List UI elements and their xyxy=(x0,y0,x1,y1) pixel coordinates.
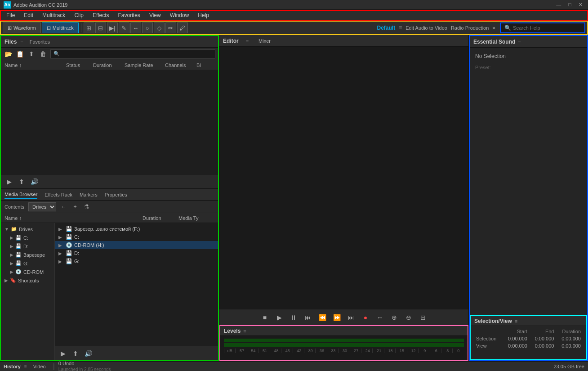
video-tab[interactable]: Video xyxy=(31,364,49,369)
scale-21: -21 xyxy=(372,349,383,353)
tree-item-g[interactable]: ▶ 💾 G: xyxy=(55,257,218,265)
editor-mixer-tab[interactable]: Mixer xyxy=(256,37,273,45)
sidebar-item-d[interactable]: ▶ 💾 D: xyxy=(1,242,54,250)
levels-menu-icon[interactable]: ≡ xyxy=(243,328,246,334)
mb-add-btn[interactable]: + xyxy=(71,202,80,211)
files-panel-menu[interactable]: ≡ xyxy=(20,39,23,45)
media-play-btn[interactable]: ▶ xyxy=(58,349,67,358)
editor-menu-icon[interactable]: ≡ xyxy=(246,38,249,44)
media-sound-btn[interactable]: 🔊 xyxy=(84,349,93,358)
menu-help[interactable]: Help xyxy=(193,11,214,20)
transport-pause-btn[interactable]: ⏸ xyxy=(288,312,299,323)
media-export-btn[interactable]: ⬆ xyxy=(71,349,80,358)
files-play-btn[interactable]: ▶ xyxy=(4,177,13,186)
mb-back-btn[interactable]: ← xyxy=(59,202,68,211)
sidebar-item-g[interactable]: ▶ 💾 G: xyxy=(1,259,54,268)
menu-favorites[interactable]: Favorites xyxy=(114,11,145,20)
files-export-btn[interactable]: ⬆ xyxy=(17,177,26,186)
menu-edit[interactable]: Edit xyxy=(19,11,38,20)
toolbar-btn-6[interactable]: ○ xyxy=(142,22,153,33)
files-tab-favorites[interactable]: Favorites xyxy=(27,38,53,45)
editor-content xyxy=(219,47,468,309)
menu-effects[interactable]: Effects xyxy=(88,11,113,20)
tree-item-reserved[interactable]: ▶ 💾 Зарезер...вано системой (F:) xyxy=(55,225,218,233)
sv-label-selection: Selection xyxy=(474,335,502,342)
transport-play-btn[interactable]: ▶ xyxy=(274,312,285,323)
transport-rewind-btn[interactable]: ⏪ xyxy=(317,312,328,323)
sidebar-item-reserved[interactable]: ▶ 💾 Зарезере xyxy=(1,250,54,259)
editor-title: Editor xyxy=(223,38,239,44)
menu-window[interactable]: Window xyxy=(165,11,194,20)
transport-record-btn[interactable]: ● xyxy=(360,312,371,323)
transport-stop-btn[interactable]: ■ xyxy=(259,312,270,323)
undo-text: 0 Undo xyxy=(58,361,547,366)
essential-sound-menu[interactable]: ≡ xyxy=(518,39,521,45)
menu-view[interactable]: View xyxy=(145,11,165,20)
drives-dropdown[interactable]: Drives xyxy=(28,202,56,211)
toolbar-btn-9[interactable]: 🖊 xyxy=(177,22,188,33)
sidebar-item-c[interactable]: ▶ 💾 C: xyxy=(1,233,54,242)
sidebar-item-shortcuts[interactable]: ▶ 🔖 Shortcuts xyxy=(1,276,54,285)
menu-multitrack[interactable]: Multitrack xyxy=(38,11,70,20)
sidebar-icon-d: 💾 xyxy=(15,243,22,249)
files-sound-btn[interactable]: 🔊 xyxy=(30,177,39,186)
tab-effects-rack[interactable]: Effects Rack xyxy=(45,191,72,198)
sv-col-empty xyxy=(474,328,502,335)
close-button[interactable]: ✕ xyxy=(577,2,584,8)
tree-item-c[interactable]: ▶ 💾 C: xyxy=(55,233,218,241)
toolbar-btn-2[interactable]: ⊟ xyxy=(95,22,106,33)
search-input[interactable] xyxy=(513,25,576,31)
files-search-input[interactable] xyxy=(60,51,212,57)
files-new-btn[interactable]: 📂 xyxy=(4,49,13,58)
waveform-btn[interactable]: ⊞ Waveform xyxy=(3,22,41,33)
workspace-edit-audio[interactable]: Edit Audio to Video xyxy=(405,25,447,31)
transport-zoom-in-btn[interactable]: ⊕ xyxy=(389,312,400,323)
files-search-box[interactable]: 🔍 xyxy=(50,49,215,58)
toolbar-btn-4[interactable]: ✎ xyxy=(119,22,129,33)
history-menu-icon[interactable]: ≡ xyxy=(24,364,27,369)
menu-file[interactable]: File xyxy=(2,11,19,20)
workspace-radio[interactable]: Radio Production xyxy=(451,25,489,31)
search-box[interactable]: 🔍 xyxy=(500,22,585,33)
toolbar-btn-1[interactable]: ⊞ xyxy=(84,22,94,33)
workspace-menu-icon[interactable]: ≡ xyxy=(399,25,402,31)
levels-bar-r xyxy=(224,343,464,347)
transport-zoom-out-btn[interactable]: ⊖ xyxy=(403,312,414,323)
workspace-name[interactable]: Default xyxy=(377,25,395,31)
files-save-btn[interactable]: ⬆ xyxy=(27,49,36,58)
files-open-btn[interactable]: 📋 xyxy=(15,49,24,58)
content-area: Files ≡ Favorites 📂 📋 ⬆ 🗑 🔍 Name ↑ xyxy=(0,35,588,361)
tree-item-cdrom[interactable]: ▶ 💿 CD-ROM (H:) xyxy=(55,241,218,249)
toolbar-btn-3[interactable]: ▶| xyxy=(107,22,118,33)
col-duration: Duration xyxy=(93,63,125,68)
levels-bar-l xyxy=(224,339,464,342)
transport-zoom-reset-btn[interactable]: ⊟ xyxy=(418,312,428,323)
toolbar-btn-5[interactable]: ↔ xyxy=(130,22,141,33)
tab-markers[interactable]: Markers xyxy=(80,191,98,198)
transport-rewind-start-btn[interactable]: ⏮ xyxy=(303,312,313,323)
sidebar-item-drives[interactable]: ▼ 📁 Drives xyxy=(1,225,54,233)
mb-filter-btn[interactable]: ⚗ xyxy=(82,202,91,211)
media-content-panel: ▶ 💾 Зарезер...вано системой (F:) ▶ 💾 C: … xyxy=(55,223,218,360)
toolbar-btn-8[interactable]: ✏ xyxy=(165,22,176,33)
transport-forward-btn[interactable]: ⏩ xyxy=(331,312,342,323)
multitrack-btn[interactable]: ⊟ Multitrack xyxy=(42,22,79,33)
transport-forward-end-btn[interactable]: ⏭ xyxy=(346,312,356,323)
sidebar-item-cdrom[interactable]: ▶ 💿 CD-ROM xyxy=(1,268,54,276)
selection-view-menu[interactable]: ≡ xyxy=(515,318,517,324)
sidebar-arrow-g: ▶ xyxy=(10,261,13,266)
menu-clip[interactable]: Clip xyxy=(70,11,88,20)
transport-loop-btn[interactable]: ↔ xyxy=(374,312,385,323)
tab-properties[interactable]: Properties xyxy=(105,191,127,198)
levels-panel: Levels ≡ dB -57 -54 -51 -48 -45 -42 -39 xyxy=(219,325,468,361)
toolbar-sep1 xyxy=(81,23,81,32)
tab-media-browser[interactable]: Media Browser xyxy=(4,191,37,199)
workspace-more[interactable]: » xyxy=(492,25,495,31)
files-bottom-bar: ▶ ⬆ 🔊 xyxy=(1,174,218,188)
minimize-button[interactable]: — xyxy=(554,2,563,8)
maximize-button[interactable]: □ xyxy=(566,2,573,8)
tree-item-d[interactable]: ▶ 💾 D: xyxy=(55,249,218,257)
files-close-btn[interactable]: 🗑 xyxy=(39,49,48,58)
toolbar-btn-7[interactable]: ◇ xyxy=(154,22,165,33)
scale-0: 0 xyxy=(452,349,463,353)
